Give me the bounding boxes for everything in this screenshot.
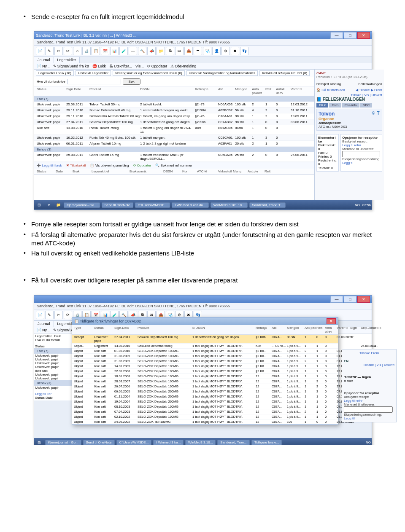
toolbar-icon[interactable]: 🖶: [166, 47, 174, 55]
toolbar-icon[interactable]: 📊: [110, 47, 119, 55]
table-row[interactable]: UkjentIkke satt01.03.2010SELO-ZOK Depott…: [72, 349, 338, 354]
toolbar-icon[interactable]: 📋: [92, 47, 100, 55]
fk-tab[interactable]: FK ▾: [316, 103, 328, 107]
vis-utlev-button[interactable]: 📋 Vis utleveringsmelding: [90, 164, 129, 167]
taskbar-item[interactable]: Sanderød, Trond T...: [249, 202, 286, 208]
table-row[interactable]: UkjentIkke satt24.06.2002SELO-ZOK Tab 10…: [72, 419, 338, 425]
tray-lang[interactable]: NO: [366, 441, 371, 444]
toolbar-icon[interactable]: 🩺: [203, 47, 211, 55]
table-row[interactable]: Utskrevet: papir29.11.2010Simvastatin Ac…: [34, 113, 314, 119]
popup-close-icon[interactable]: ✕: [327, 318, 336, 324]
subtab[interactable]: Individuell refusjon HELFO (0): [259, 70, 310, 76]
lukk-button[interactable]: ⛔ Lukk: [92, 64, 106, 68]
maximize-icon[interactable]: □: [344, 32, 356, 39]
toolbar-icon[interactable]: ⟳: [64, 47, 72, 55]
table-row[interactable]: UkjentIkke satt02.10.2002SELO-ZOK Depott…: [72, 414, 338, 419]
toolbar-icon[interactable]: ✎: [45, 47, 54, 55]
toolbar-icon[interactable]: —: [129, 47, 137, 55]
legg-til-link[interactable]: Legg til: [344, 416, 394, 420]
table-row[interactable]: Utskrevet: papir29.11.2010Somac Enterota…: [34, 107, 314, 113]
signer-button[interactable]: ✎ Signer/Send fra kø: [53, 64, 89, 68]
fk-tab[interactable]: Foto: [329, 103, 341, 107]
table-row[interactable]: Separ..Registrert13.08.2010Selo-zok Depo…: [72, 344, 338, 349]
oppdater-button[interactable]: ⟳ Oppdater: [133, 164, 151, 167]
legg-til-button[interactable]: ➕ Legg til i bruk: [37, 164, 62, 167]
toolbar-icon[interactable]: ✂: [54, 311, 63, 319]
taskbar-item[interactable]: C:\Users\WM3DE...: [116, 440, 152, 445]
table-row[interactable]: Utskrevet: papir25.08.2011Sobril Tablett…: [34, 152, 314, 162]
taskbar-item[interactable]: Sanderød, Tron...: [217, 440, 249, 445]
nav-startsiden[interactable]: 🏠 Gå til startsiden: [316, 88, 345, 92]
toolbar-icon[interactable]: 📁: [157, 47, 165, 55]
merknad-input[interactable]: [342, 151, 380, 157]
merknad-input[interactable]: [344, 406, 393, 413]
toolbar-icon[interactable]: 📣: [147, 47, 156, 55]
toolbar-icon[interactable]: 📅: [101, 47, 109, 55]
toolbar-icon[interactable]: ✎: [45, 311, 54, 319]
legg-refnr-link[interactable]: Legg til refnr: [342, 143, 380, 147]
close-icon[interactable]: ✕: [357, 296, 370, 303]
tab-journal[interactable]: Journal: [34, 321, 54, 327]
toolbar-icon[interactable]: 🔨: [138, 47, 146, 55]
taskbar-item[interactable]: WinMed3 3.101.10...: [211, 202, 248, 208]
taskbar-item[interactable]: I Winmed 3 ka...: [153, 440, 184, 445]
ie-icon[interactable]: e: [45, 201, 53, 209]
toolbar-icon[interactable]: ⟳: [64, 311, 72, 319]
tab-felleskatalogen[interactable]: Felleskatalogen: [359, 82, 382, 86]
table-row[interactable]: UkjentIkke satt28.03.2007SELO-ZOK Depott…: [72, 379, 338, 384]
subtab[interactable]: Historikk Legemidler: [76, 70, 111, 76]
table-row[interactable]: UkjentIkke satt31.03.2009SELO-ZOK Depott…: [72, 359, 338, 364]
link-tvu[interactable]: Tilbake | Vis | Utskrift: [316, 93, 382, 97]
sok-ref-button[interactable]: 🔍 Søk med ref nummer: [155, 164, 192, 167]
taskbar-item[interactable]: Tidligere forskr...: [251, 440, 282, 445]
table-row[interactable]: UkjentIkke satt19.04.2004SELO-ZOK Depott…: [72, 399, 338, 404]
explorer-icon[interactable]: 📁: [54, 201, 62, 209]
table-row[interactable]: ReseptUtskrevet: papir27.04.2011Selozok …: [72, 335, 338, 344]
nav-frem[interactable]: ▶ Frem: [371, 88, 382, 92]
start-button[interactable]: ⊞: [35, 438, 43, 445]
tray-lang[interactable]: NO: [355, 203, 360, 207]
obs-button[interactable]: ⚠ Obs-melding: [170, 64, 196, 68]
taskbar-item[interactable]: Kjernejournal - Go...: [64, 202, 100, 208]
tab-legemidler[interactable]: Legemidler: [54, 57, 80, 63]
toolbar-icon[interactable]: ✂: [54, 47, 63, 55]
legg-til-link[interactable]: Legg til: [342, 161, 380, 165]
table-row[interactable]: UkjentIkke satt31.08.2009SELO-ZOK Depott…: [72, 354, 338, 359]
subtab[interactable]: Legemidler i bruk (10): [36, 70, 74, 76]
table-row[interactable]: UkjentIkke satt22.09.2008SELO-ZOK Depott…: [72, 369, 338, 374]
taskbar-item[interactable]: Kjernejournal - Go...: [45, 440, 81, 445]
taskbar-item[interactable]: Send til OneNote: [83, 440, 115, 445]
toolbar-icon[interactable]: ✖: [231, 47, 239, 55]
toolbar-icon[interactable]: 🧪: [119, 47, 128, 55]
oppdater-button[interactable]: ⟳ Oppdater: [147, 64, 167, 68]
table-row[interactable]: UkjentIkke satt08.10.2003SELO-ZOK Depott…: [72, 404, 338, 409]
minimize-icon[interactable]: —: [330, 296, 343, 303]
table-row[interactable]: Utskrevet: papir06.01.2011Afipran Tablet…: [34, 141, 314, 147]
section-fast[interactable]: Fast (7): [34, 96, 314, 102]
toolbar-icon[interactable]: 📄: [36, 311, 44, 319]
vis-button[interactable]: Vis...: [135, 64, 144, 68]
toolbar-icon[interactable]: ✉: [175, 47, 184, 55]
toolbar-icon[interactable]: 📤: [184, 47, 193, 55]
table-row[interactable]: UkjentIkke satt26.07.2006SELO-ZOK Depott…: [72, 384, 338, 389]
maximize-icon[interactable]: □: [344, 296, 356, 303]
close-icon[interactable]: ✕: [357, 32, 370, 39]
search-input[interactable]: [67, 79, 121, 84]
table-row[interactable]: UkjentIkke satt07.04.2003SELO-ZOK Depott…: [72, 409, 338, 414]
subtab[interactable]: Næringsmidler og forbruksmateriell i bru…: [113, 70, 184, 76]
table-row[interactable]: Utskrevet: papir16.02.2012Funix Tab 40 m…: [34, 135, 314, 141]
table-row[interactable]: UkjentIkke satt18.01.2008SELO-ZOK Depott…: [72, 374, 338, 379]
new-button[interactable]: 📄 Ny...: [37, 64, 50, 68]
taskbar-item[interactable]: I Winmed 3 kan du...: [172, 202, 208, 208]
section-behov[interactable]: Behov (3): [34, 147, 314, 152]
toolbar-icon[interactable]: 👣: [240, 47, 248, 55]
toolbar-icon[interactable]: ⚙: [221, 47, 230, 55]
taskbar-item[interactable]: WinMed3 3.10...: [185, 440, 216, 445]
table-row[interactable]: Ikke satt13.08.2010Plavix Tablett 75mg1 …: [34, 125, 314, 135]
taskbar-item[interactable]: C:\Users\WM3DE...: [135, 202, 170, 208]
fk-tab[interactable]: Pas-info: [342, 103, 359, 107]
toolbar-icon[interactable]: ☂: [194, 47, 202, 55]
table-row[interactable]: Utskrevet: papir25.08.2011Tolvon Tablett…: [34, 102, 314, 107]
toolbar-icon[interactable]: 🔬: [82, 47, 91, 55]
tab-journal[interactable]: Journal: [34, 57, 54, 63]
